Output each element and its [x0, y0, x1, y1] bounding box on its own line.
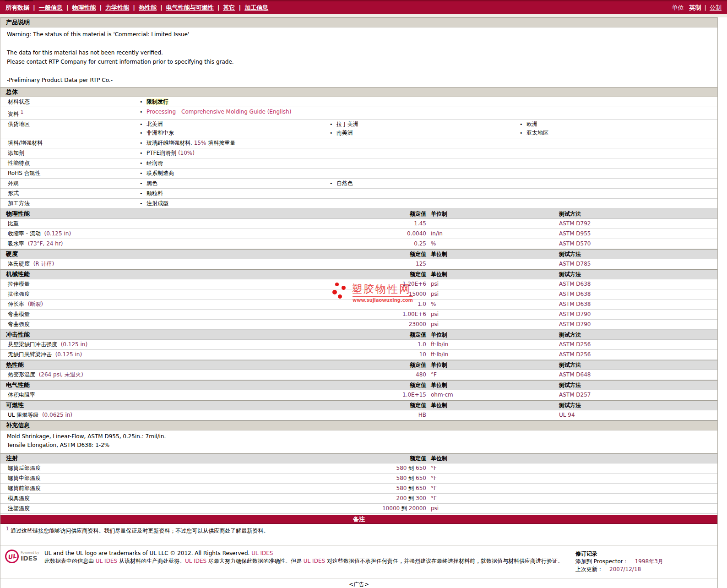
property-condition: (断裂): [26, 301, 43, 307]
bullet-icon: •: [330, 120, 336, 129]
test-method: ASTM D790: [559, 310, 717, 319]
nav-tab-other[interactable]: 其它: [223, 4, 235, 12]
column-header-unit: 单位制: [426, 250, 559, 259]
general-row: 填料/增强材料 •玻璃纤维增强材料, 15% 填料按重量: [0, 138, 717, 148]
nav-tab-all-data[interactable]: 所有数据: [5, 4, 29, 12]
revision-value: 2007/12/18: [609, 566, 641, 572]
property-condition: (73°F, 24 hr): [26, 240, 63, 247]
product-description-body: Warning: The status of this material is …: [0, 27, 717, 87]
column-header-method: 测试方法: [559, 270, 717, 279]
injection-row: 螺筒中部温度580 到 650°F: [0, 474, 717, 484]
general-row: 资料 1•Processing - Comprehensive Molding …: [0, 107, 717, 120]
property-name: 无缺口悬臂梁冲击 (0.125 in): [0, 350, 316, 359]
unit-metric-link[interactable]: 公制: [710, 4, 722, 12]
page-footer: UL Powered by IDES UL and the UL logo ar…: [0, 545, 717, 578]
column-header-unit: 单位制: [426, 401, 559, 410]
property-name: 模具温度: [0, 494, 316, 503]
nav-tab-processing-info[interactable]: 加工信息: [244, 4, 268, 12]
injection-section: 注射额定值单位制螺筒后部温度580 到 650°F螺筒中部温度580 到 650…: [0, 453, 717, 514]
general-section-rows: 材料状态 •限制发行资料 1•Processing - Comprehensiv…: [0, 97, 717, 209]
unit-imperial-toggle[interactable]: 英制: [689, 4, 701, 12]
bullet-text: 欧洲: [526, 120, 537, 129]
bullet-item: •注射成型: [140, 199, 717, 208]
top-navigation: 所有数据|一般信息|物理性能|力学性能|热性能|电气性能与可燃性|其它|加工信息…: [0, 0, 727, 14]
text-segment: 此数据表中的信息由: [44, 558, 96, 564]
property-unit: ft·lb/in: [426, 350, 559, 359]
bullet-text: 拉丁美洲: [336, 120, 358, 129]
nav-separator: |: [33, 4, 35, 11]
property-value: HB: [316, 410, 426, 420]
active-tab-notch: [5, 0, 33, 1]
column-header-unit: 单位制: [426, 360, 559, 370]
injection-row: 螺筒后部温度580 到 650°F: [0, 463, 717, 474]
nav-tab-mechanical-properties[interactable]: 力学性能: [105, 4, 129, 12]
revision-rows: 添加到 Prospector：1998年3月上次更新：2007/12/18: [575, 558, 713, 573]
text-segment: PTFE润滑剂: [146, 150, 178, 156]
description-line: Warning: The status of this material is …: [7, 30, 717, 39]
general-row: 外观 •黑色•自然色: [0, 179, 717, 189]
column-header-value: 额定值: [316, 209, 426, 218]
page-gap-strip: [0, 14, 727, 17]
section-header-row: 硬度额定值单位制测试方法: [0, 249, 717, 259]
nav-tab-electrical-flammability[interactable]: 电气性能与可燃性: [166, 4, 214, 12]
property-value: 1.0: [316, 340, 426, 349]
general-row-column: •PTFE润滑剂 (10%): [140, 149, 717, 158]
supplemental-line: Mold Shrinkage, Linear-Flow, ASTM D955, …: [7, 432, 717, 441]
section-header-row: 注射额定值单位制: [0, 453, 717, 463]
product-description-header: 产品说明: [0, 17, 717, 27]
spacer: [0, 539, 717, 545]
column-header-value: 额定值: [316, 381, 426, 390]
property-sections: 物理性能额定值单位制测试方法比重 1.45ASTM D792收缩率 - 流动 (…: [0, 209, 717, 420]
section-title: 物理性能: [0, 209, 316, 218]
inline-link[interactable]: Processing - Comprehensive Molding Guide…: [146, 109, 291, 115]
property-name: 抗张强度: [0, 289, 316, 299]
nav-tab-physical-properties[interactable]: 物理性能: [72, 4, 96, 12]
bullet-text: 亚太地区: [526, 129, 548, 137]
property-row: 体积电阻率 1.0E+15ohm·cmASTM D257: [0, 390, 717, 400]
general-row-column: •欧洲•亚太地区: [520, 120, 717, 137]
nav-separator: |: [239, 4, 241, 11]
test-method: ASTM D955: [559, 229, 717, 239]
inline-link[interactable]: UL IDES: [251, 550, 273, 556]
property-name: 拉伸模量: [0, 279, 316, 289]
text-segment: 南美洲: [336, 130, 353, 136]
nav-tab-general-info[interactable]: 一般信息: [39, 4, 63, 12]
property-row: 拉伸模量 1.20E+6psiASTM D638: [0, 279, 717, 289]
general-row: 材料状态 •限制发行: [0, 97, 717, 107]
test-method: ASTM D256: [559, 350, 717, 359]
property-unit: [426, 219, 559, 229]
property-value: 1.0: [316, 299, 426, 309]
inline-link[interactable]: UL IDES: [185, 558, 206, 564]
bullet-icon: •: [330, 129, 336, 137]
bullet-item: •Processing - Comprehensive Molding Guid…: [140, 108, 717, 116]
inline-link[interactable]: UL IDES: [96, 558, 117, 564]
footer-line: 此数据表中的信息由 UL IDES 从该材料的生产商处获得。UL IDES 尽最…: [44, 557, 575, 565]
property-unit: %: [426, 239, 559, 249]
bullet-item: •限制发行: [140, 98, 717, 106]
range-to: 20000: [409, 505, 426, 512]
property-unit: [426, 410, 559, 420]
test-method: ASTM D785: [559, 259, 717, 269]
nav-separator: |: [133, 4, 135, 11]
property-row: 吸水率 (73°F, 24 hr)0.25%ASTM D570: [0, 239, 717, 249]
property-row: 收缩率 - 流动 (0.125 in)0.0040in/inASTM D955: [0, 229, 717, 239]
property-name: 洛氏硬度 (R 计秤): [0, 259, 316, 269]
property-row: 比重 1.45ASTM D792: [0, 219, 717, 229]
description-line: [7, 39, 717, 48]
section-header-row: 冲击性能额定值单位制测试方法: [0, 330, 717, 340]
property-unit: °F: [426, 484, 559, 493]
inline-link[interactable]: UL IDES: [304, 558, 325, 564]
property-value: 15000: [316, 289, 426, 299]
general-row-column: •限制发行: [140, 98, 717, 106]
property-row: 无缺口悬臂梁冲击 (0.125 in)10ft·lb/inASTM D256: [0, 350, 717, 360]
nav-separator: |: [217, 4, 220, 11]
bullet-icon: •: [520, 129, 526, 137]
bullet-text: PTFE润滑剂 (10%): [146, 149, 195, 158]
nav-tab-thermal-properties[interactable]: 热性能: [139, 4, 157, 12]
ul-logo-icon: UL: [4, 549, 20, 565]
property-condition: (0.125 in): [59, 341, 87, 348]
section-title: 硬度: [0, 250, 316, 259]
property-name: 螺筒前部温度: [0, 484, 316, 493]
bullet-icon: •: [330, 179, 336, 188]
column-header-method: 测试方法: [559, 401, 717, 410]
